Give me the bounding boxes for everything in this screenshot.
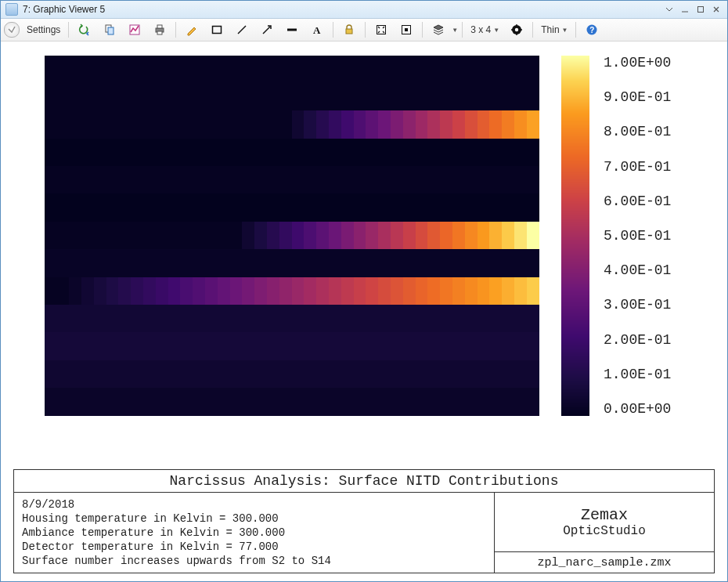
colorbar-tick: 1.00E-01: [604, 367, 671, 381]
colorbar-tick: 9.00E-01: [604, 90, 671, 104]
svg-rect-7: [157, 31, 162, 34]
analysis-details: 8/9/2018 Housing temperature in Kelvin =…: [14, 493, 495, 573]
analysis-title: Narcissus Analysis: Surface NITD Contrib…: [14, 470, 714, 493]
thick-line-icon[interactable]: [280, 20, 304, 39]
toolbar-separator: [422, 22, 423, 38]
app-icon: [5, 3, 18, 16]
text-icon[interactable]: A: [305, 20, 329, 39]
colorbar-tick: 8.00E-01: [604, 125, 671, 139]
toolbar-separator: [462, 22, 463, 38]
line-weight-dropdown[interactable]: Thin ▼: [537, 20, 571, 39]
dropdown-button[interactable]: [663, 3, 676, 16]
info-panel: Narcissus Analysis: Surface NITD Contrib…: [13, 469, 715, 573]
grid-size-label: 3 x 4: [470, 24, 491, 35]
toolbar-separator: [365, 22, 366, 38]
svg-line-10: [263, 27, 270, 34]
help-icon[interactable]: ?: [580, 20, 604, 39]
pencil-icon[interactable]: [180, 20, 204, 39]
toolbar-separator: [175, 22, 176, 38]
svg-rect-3: [108, 27, 114, 34]
refresh-icon[interactable]: [73, 20, 96, 39]
window-title: 7: Graphic Viewer 5: [23, 4, 105, 15]
brand-cell: Zemax OpticStudio: [495, 493, 714, 552]
print-icon[interactable]: [148, 20, 171, 39]
svg-point-18: [515, 28, 518, 31]
product-name: OpticStudio: [563, 524, 646, 538]
chevron-down-icon: ▼: [493, 27, 499, 34]
toolbar-separator: [68, 22, 69, 38]
settings-label: Settings: [27, 24, 60, 35]
minimize-button[interactable]: [679, 3, 691, 16]
filename-cell: zpl_narc_sample.zmx: [495, 552, 714, 573]
content-area: 1.00E+009.00E-018.00E-017.00E-016.00E-01…: [1, 42, 727, 581]
app-window: 7: Graphic Viewer 5 Settings: [0, 0, 728, 582]
chart-area: 1.00E+009.00E-018.00E-017.00E-016.00E-01…: [13, 49, 715, 461]
toolbar-separator: [575, 22, 576, 38]
colorbar-tick: 3.00E-01: [604, 298, 671, 312]
chevron-down-icon: ▼: [562, 27, 568, 34]
toolbar-separator: [532, 22, 533, 38]
rectangle-icon[interactable]: [205, 20, 229, 39]
check-toggle-icon[interactable]: [4, 22, 20, 38]
colorbar-wrap: 1.00E+009.00E-018.00E-017.00E-016.00E-01…: [561, 56, 671, 416]
center-icon[interactable]: [395, 20, 418, 39]
settings-button[interactable]: Settings: [23, 20, 64, 39]
colorbar: [561, 56, 589, 416]
toolbar-separator: [333, 22, 333, 38]
line-icon[interactable]: [230, 20, 254, 39]
grid-size-dropdown[interactable]: 3 x 4 ▼: [467, 20, 503, 39]
heatmap-plot: [45, 56, 539, 416]
colorbar-tick: 4.00E-01: [604, 263, 671, 277]
svg-text:A: A: [313, 24, 321, 36]
svg-rect-1: [698, 7, 704, 13]
layers-icon[interactable]: [427, 20, 450, 39]
close-button[interactable]: [710, 3, 723, 16]
target-icon[interactable]: [505, 20, 528, 39]
arrow-icon[interactable]: [255, 20, 279, 39]
copy-icon[interactable]: [98, 20, 121, 39]
colorbar-tick-labels: 1.00E+009.00E-018.00E-017.00E-016.00E-01…: [604, 56, 671, 416]
maximize-button[interactable]: [694, 3, 707, 16]
chart-icon[interactable]: [123, 20, 146, 39]
brand-name: Zemax: [581, 506, 628, 524]
colorbar-tick: 6.00E-01: [604, 194, 671, 208]
colorbar-tick: 0.00E+00: [604, 402, 671, 416]
toolbar: Settings A: [1, 19, 727, 42]
colorbar-tick: 5.00E-01: [604, 229, 671, 243]
lock-icon[interactable]: [337, 20, 361, 39]
svg-rect-6: [157, 25, 162, 28]
colorbar-tick: 2.00E-01: [604, 333, 671, 347]
colorbar-tick: 1.00E+00: [604, 56, 671, 70]
colorbar-tick: 7.00E-01: [604, 160, 671, 174]
svg-text:?: ?: [590, 26, 595, 34]
title-bar: 7: Graphic Viewer 5: [1, 1, 727, 19]
svg-rect-8: [213, 27, 222, 34]
svg-rect-16: [405, 28, 408, 31]
line-weight-label: Thin: [541, 24, 559, 35]
fit-icon[interactable]: [369, 20, 393, 39]
chevron-down-icon[interactable]: ▼: [452, 27, 458, 34]
svg-line-9: [238, 26, 246, 34]
svg-rect-13: [346, 29, 352, 34]
